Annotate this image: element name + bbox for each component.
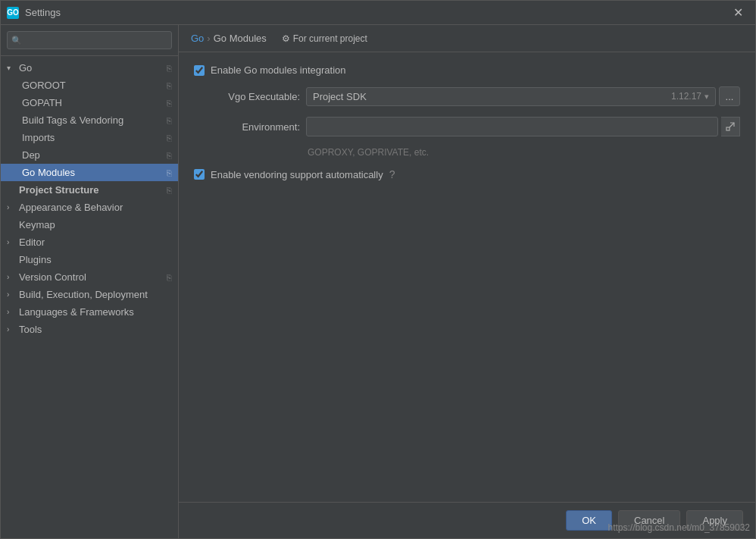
breadcrumb-go[interactable]: Go [191, 33, 204, 44]
sidebar-item-project-structure[interactable]: ▾ Project Structure ⎘ [1, 181, 178, 199]
environment-input[interactable] [306, 117, 718, 136]
sidebar-item-label: Tools [19, 324, 172, 335]
vgo-executable-value: Project SDK [313, 91, 367, 102]
environment-input-area [306, 117, 740, 136]
vgo-executable-select[interactable]: Project SDK 1.12.17 ▾ [306, 87, 716, 106]
breadcrumb-current: Go Modules [214, 33, 267, 44]
sidebar-item-appearance[interactable]: › Appearance & Behavior [1, 199, 178, 216]
vgo-executable-browse-button[interactable]: ... [719, 86, 740, 106]
sidebar-item-editor[interactable]: › Editor [1, 233, 178, 251]
chevron-icon: › [7, 203, 16, 212]
sidebar-item-dep[interactable]: Dep ⎘ [1, 146, 178, 164]
svg-line-1 [729, 123, 734, 127]
main-layout: ▾ Go ⎘ GOROOT ⎘ GOPATH ⎘ Build Tags & Ve… [1, 25, 755, 538]
sidebar-item-label: Imports [22, 132, 167, 143]
sidebar-item-label: Build, Execution, Deployment [19, 289, 172, 300]
watermark: https://blog.csdn.net/m0_37859032 [608, 522, 750, 533]
vgo-version: 1.12.17 [671, 91, 701, 102]
breadcrumb-separator: › [207, 33, 210, 44]
expand-icon [726, 122, 735, 131]
sidebar-item-label: Build Tags & Vendoring [22, 114, 167, 126]
enable-vendoring-checkbox[interactable] [194, 169, 205, 180]
help-icon[interactable]: ? [389, 168, 395, 180]
sidebar-item-build-tags[interactable]: Build Tags & Vendoring ⎘ [1, 111, 178, 129]
chevron-icon: › [7, 308, 16, 316]
sidebar-item-label: Go Modules [22, 167, 167, 178]
enable-modules-label: Enable Go modules integration [211, 64, 346, 76]
main-content: Go › Go Modules For current project Enab… [179, 25, 755, 538]
chevron-icon: ▾ [7, 64, 16, 72]
vgo-executable-label: Vgo Executable: [194, 91, 300, 102]
environment-row: Environment: [194, 117, 740, 136]
sidebar-item-label: Dep [22, 149, 167, 161]
environment-label: Environment: [194, 121, 300, 133]
for-current-project-link[interactable]: For current project [282, 33, 367, 44]
chevron-icon: › [7, 238, 16, 246]
sidebar-item-go-modules[interactable]: Go Modules ⎘ [1, 164, 178, 181]
dropdown-arrow-icon: ▾ [704, 92, 709, 102]
app-icon: GO [7, 7, 19, 19]
sidebar-item-plugins[interactable]: › Plugins [1, 251, 178, 268]
sidebar-item-label: Editor [19, 237, 172, 248]
sidebar-item-languages[interactable]: › Languages & Frameworks [1, 303, 178, 321]
copy-icon: ⎘ [167, 64, 172, 73]
copy-icon: ⎘ [167, 81, 172, 90]
enable-vendoring-row: Enable vendoring support automatically ? [194, 168, 740, 180]
sidebar-item-label: Version Control [19, 271, 167, 283]
chevron-icon: › [7, 273, 16, 281]
sidebar-item-build[interactable]: › Build, Execution, Deployment [1, 286, 178, 303]
search-wrapper [7, 31, 172, 49]
copy-icon: ⎘ [167, 99, 172, 108]
sidebar-item-gopath[interactable]: GOPATH ⎘ [1, 94, 178, 111]
sidebar-item-keymap[interactable]: › Keymap [1, 216, 178, 233]
breadcrumb: Go › Go Modules For current project [179, 25, 755, 52]
copy-icon: ⎘ [167, 273, 172, 282]
environment-hint: GOPROXY, GOPRIVATE, etc. [308, 147, 740, 158]
ok-button[interactable]: OK [566, 510, 612, 531]
copy-icon: ⎘ [167, 116, 172, 125]
sidebar-item-version-control[interactable]: › Version Control ⎘ [1, 268, 178, 286]
window-title: Settings [25, 7, 61, 18]
settings-panel: Enable Go modules integration Vgo Execut… [179, 52, 755, 502]
title-bar-left: GO Settings [7, 7, 61, 19]
sidebar-item-label: Project Structure [19, 184, 167, 196]
chevron-icon: › [7, 325, 16, 334]
svg-rect-0 [726, 127, 729, 130]
enable-modules-checkbox[interactable] [194, 65, 205, 76]
copy-icon: ⎘ [167, 133, 172, 143]
copy-icon: ⎘ [167, 186, 172, 195]
copy-icon: ⎘ [167, 168, 172, 177]
close-button[interactable]: ✕ [727, 2, 749, 23]
sidebar-item-label: Plugins [19, 254, 172, 265]
sidebar-item-label: Languages & Frameworks [19, 306, 172, 318]
sidebar-item-label: Appearance & Behavior [19, 202, 172, 213]
sidebar: ▾ Go ⎘ GOROOT ⎘ GOPATH ⎘ Build Tags & Ve… [1, 25, 179, 538]
sidebar-item-label: GOPATH [22, 97, 167, 108]
sidebar-item-imports[interactable]: Imports ⎘ [1, 129, 178, 146]
nav-tree: ▾ Go ⎘ GOROOT ⎘ GOPATH ⎘ Build Tags & Ve… [1, 56, 178, 538]
chevron-icon: › [7, 290, 16, 299]
sidebar-item-label: Go [19, 62, 167, 74]
settings-window: GO Settings ✕ ▾ Go ⎘ GORO [0, 0, 756, 539]
search-box [1, 25, 178, 56]
copy-icon: ⎘ [167, 151, 172, 160]
enable-vendoring-label: Enable vendoring support automatically [211, 169, 383, 180]
vgo-executable-input-area: Project SDK 1.12.17 ▾ ... [306, 86, 740, 106]
vgo-executable-row: Vgo Executable: Project SDK 1.12.17 ▾ ..… [194, 86, 740, 106]
enable-modules-row: Enable Go modules integration [194, 64, 740, 76]
sidebar-item-label: GOROOT [22, 80, 167, 91]
sidebar-item-go[interactable]: ▾ Go ⎘ [1, 59, 178, 77]
search-input[interactable] [7, 31, 172, 49]
title-bar: GO Settings ✕ [1, 1, 755, 25]
environment-expand-button[interactable] [721, 117, 740, 136]
sidebar-item-goroot[interactable]: GOROOT ⎘ [1, 77, 178, 94]
sidebar-item-label: Keymap [19, 219, 172, 230]
sidebar-item-tools[interactable]: › Tools [1, 321, 178, 338]
